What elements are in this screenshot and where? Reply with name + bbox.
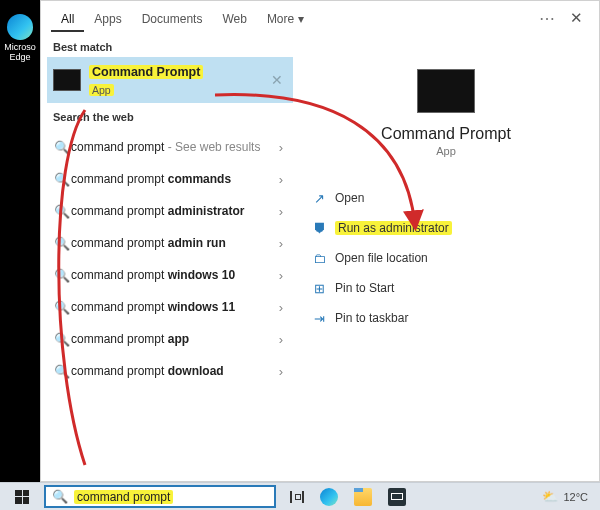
chevron-right-icon: › — [275, 140, 287, 155]
search-results-panel: All Apps Documents Web More▾ ⋯ ✕ Best ma… — [40, 0, 600, 482]
action-run-as-administrator[interactable]: ⛊Run as administrator — [303, 213, 589, 243]
web-result[interactable]: 🔍command prompt windows 10› — [47, 259, 293, 291]
web-result-text: command prompt windows 11 — [71, 300, 275, 314]
action-icon: 🗀 — [309, 251, 329, 266]
action-icon: ↗ — [309, 191, 329, 206]
best-match-title: Command Prompt — [89, 65, 203, 79]
tab-more[interactable]: More▾ — [257, 4, 314, 32]
web-result-text: command prompt - See web results — [71, 140, 275, 154]
chevron-right-icon: › — [275, 172, 287, 187]
desktop-strip: Microso Edge — [0, 0, 40, 482]
results-left-column: Best match Command Prompt App ✕ Search t… — [41, 35, 293, 481]
edge-label: Microso Edge — [1, 42, 39, 62]
search-icon: 🔍 — [53, 204, 71, 219]
windows-logo-icon — [15, 490, 29, 504]
web-results-list: 🔍command prompt - See web results›🔍comma… — [47, 131, 293, 387]
web-result-text: command prompt app — [71, 332, 275, 346]
action-pin-to-start[interactable]: ⊞Pin to Start — [303, 273, 589, 303]
web-result-text: command prompt administrator — [71, 204, 275, 218]
preview-title: Command Prompt — [303, 125, 589, 143]
chevron-right-icon: › — [275, 204, 287, 219]
chevron-right-icon: › — [275, 300, 287, 315]
action-icon: ⇥ — [309, 311, 329, 326]
edge-shortcut[interactable]: Microso Edge — [1, 14, 39, 62]
search-icon: 🔍 — [53, 364, 71, 379]
action-open[interactable]: ↗Open — [303, 183, 589, 213]
web-result[interactable]: 🔍command prompt admin run› — [47, 227, 293, 259]
taskbar-weather[interactable]: ⛅ 12°C — [542, 489, 588, 504]
web-result-text: command prompt download — [71, 364, 275, 378]
web-result-text: command prompt commands — [71, 172, 275, 186]
tab-documents[interactable]: Documents — [132, 4, 213, 32]
edge-icon — [7, 14, 33, 40]
search-icon: 🔍 — [53, 172, 71, 187]
preview-pane: Command Prompt App ↗Open⛊Run as administ… — [293, 35, 599, 481]
web-result[interactable]: 🔍command prompt administrator› — [47, 195, 293, 227]
action-label: Pin to taskbar — [335, 311, 408, 325]
taskbar-search-input[interactable]: 🔍 command prompt — [44, 485, 276, 508]
tab-apps[interactable]: Apps — [84, 4, 131, 32]
web-result[interactable]: 🔍command prompt - See web results› — [47, 131, 293, 163]
search-icon: 🔍 — [52, 489, 68, 504]
tab-all[interactable]: All — [51, 4, 84, 32]
taskbar-mail-icon[interactable] — [388, 488, 406, 506]
search-value: command prompt — [74, 490, 173, 504]
search-icon: 🔍 — [53, 140, 71, 155]
search-tabs: All Apps Documents Web More▾ ⋯ ✕ — [41, 1, 599, 35]
action-label: Open — [335, 191, 364, 205]
action-icon: ⊞ — [309, 281, 329, 296]
search-icon: 🔍 — [53, 268, 71, 283]
search-icon: 🔍 — [53, 332, 71, 347]
web-result[interactable]: 🔍command prompt commands› — [47, 163, 293, 195]
action-label: Run as administrator — [335, 221, 452, 235]
taskbar-explorer-icon[interactable] — [354, 488, 372, 506]
task-view-icon[interactable] — [290, 491, 304, 503]
tab-web[interactable]: Web — [212, 4, 256, 32]
chevron-right-icon: › — [275, 236, 287, 251]
best-match-header: Best match — [47, 39, 293, 57]
clear-best-icon[interactable]: ✕ — [271, 72, 283, 88]
preview-actions: ↗Open⛊Run as administrator🗀Open file loc… — [303, 183, 589, 333]
start-button[interactable] — [0, 483, 44, 511]
action-icon: ⛊ — [309, 221, 329, 236]
weather-icon: ⛅ — [542, 489, 558, 504]
taskbar: 🔍 command prompt ⛅ 12°C — [0, 482, 600, 510]
action-label: Open file location — [335, 251, 428, 265]
taskbar-edge-icon[interactable] — [320, 488, 338, 506]
search-web-header: Search the web — [47, 109, 293, 127]
action-label: Pin to Start — [335, 281, 394, 295]
search-icon: 🔍 — [53, 236, 71, 251]
web-result[interactable]: 🔍command prompt download› — [47, 355, 293, 387]
cmd-icon — [53, 69, 81, 91]
web-result-text: command prompt admin run — [71, 236, 275, 250]
search-icon: 🔍 — [53, 300, 71, 315]
best-match-subtitle: App — [89, 84, 114, 96]
web-result[interactable]: 🔍command prompt windows 11› — [47, 291, 293, 323]
preview-cmd-icon — [417, 69, 475, 113]
action-pin-to-taskbar[interactable]: ⇥Pin to taskbar — [303, 303, 589, 333]
best-match-result[interactable]: Command Prompt App ✕ — [47, 57, 293, 103]
more-options-button[interactable]: ⋯ — [531, 9, 563, 28]
chevron-down-icon: ▾ — [298, 12, 304, 26]
weather-temp: 12°C — [563, 491, 588, 503]
preview-subtitle: App — [303, 145, 589, 157]
close-button[interactable]: ✕ — [563, 9, 589, 27]
web-result[interactable]: 🔍command prompt app› — [47, 323, 293, 355]
web-result-text: command prompt windows 10 — [71, 268, 275, 282]
chevron-right-icon: › — [275, 268, 287, 283]
chevron-right-icon: › — [275, 332, 287, 347]
chevron-right-icon: › — [275, 364, 287, 379]
action-open-file-location[interactable]: 🗀Open file location — [303, 243, 589, 273]
